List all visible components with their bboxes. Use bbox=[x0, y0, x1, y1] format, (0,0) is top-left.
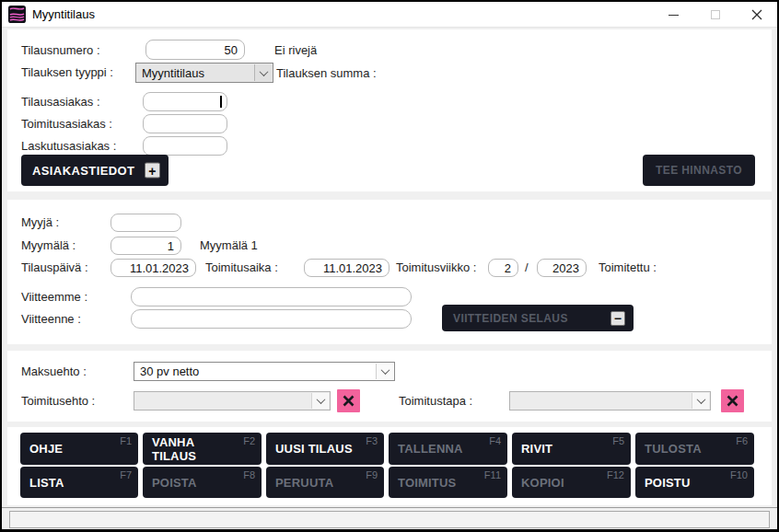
maksuehto-label: Maksuehto : bbox=[21, 362, 87, 381]
fkey-label: F6 bbox=[736, 435, 748, 446]
fkey-label: F7 bbox=[120, 469, 132, 480]
order-header-panel: Tilausnumero : Ei rivejä Tilauksen tyypp… bbox=[7, 29, 772, 191]
toimitusehto-dropdown[interactable] bbox=[134, 391, 331, 411]
rivit-button[interactable]: RIVITF5 bbox=[512, 433, 631, 465]
tilausnumero-input[interactable] bbox=[145, 40, 245, 60]
myyja-input[interactable] bbox=[110, 214, 181, 232]
chevron-down-icon bbox=[376, 364, 393, 379]
function-button-panel: OHJEF1 VANHA TILAUSF2 UUSI TILAUSF3 TALL… bbox=[7, 427, 772, 505]
poistu-button[interactable]: POISTUF10 bbox=[635, 467, 754, 498]
bottom-divider bbox=[2, 507, 777, 508]
toimitettu-label: Toimitettu : bbox=[599, 259, 657, 277]
ohje-button[interactable]: OHJEF1 bbox=[20, 433, 138, 465]
kopioi-button[interactable]: KOPIOIF12 bbox=[512, 467, 631, 498]
viitteemme-label: Viitteemme : bbox=[21, 287, 87, 306]
minimize-button[interactable] bbox=[653, 2, 694, 28]
chevron-down-icon bbox=[254, 64, 272, 81]
terms-panel: Maksuehto : 30 pv netto Toimitusehto : T… bbox=[7, 351, 772, 422]
toimitusehto-label: Toimitusehto : bbox=[21, 391, 95, 411]
myymala-label: Myymälä : bbox=[21, 237, 76, 255]
tulosta-button[interactable]: TULOSTAF6 bbox=[635, 433, 754, 465]
fkey-label: F4 bbox=[489, 435, 501, 446]
vanha-tilaus-button[interactable]: VANHA TILAUSF2 bbox=[143, 433, 262, 465]
myymala-input[interactable] bbox=[110, 237, 181, 255]
viikko-separator: / bbox=[525, 259, 529, 277]
peruuta-button[interactable]: PERUUTAF9 bbox=[266, 467, 384, 498]
status-bar bbox=[9, 511, 770, 528]
tilauksen-tyyppi-dropdown[interactable]: Myyntitilaus bbox=[135, 63, 273, 83]
x-icon bbox=[727, 395, 738, 407]
toimitusaika-input[interactable] bbox=[304, 259, 390, 277]
tilauksen-summa-label: Tilauksen summa : bbox=[276, 64, 377, 84]
toimitusasiakas-input[interactable] bbox=[143, 114, 227, 133]
chevron-down-icon bbox=[692, 393, 709, 409]
fkey-label: F1 bbox=[120, 435, 132, 446]
viitteemme-input[interactable] bbox=[131, 287, 412, 306]
tee-hinnasto-button[interactable]: TEE HINNASTO bbox=[643, 155, 755, 186]
myymala-name-label: Myymälä 1 bbox=[200, 237, 258, 255]
toimitusasiakas-label: Toimitusasiakas : bbox=[21, 114, 112, 133]
uusi-tilaus-button[interactable]: UUSI TILAUSF3 bbox=[266, 433, 384, 465]
window-title: Myyntitilaus bbox=[32, 2, 95, 28]
myyntitilaus-window: Myyntitilaus Tilausnumero : Ei rivejä Ti… bbox=[0, 0, 779, 532]
maximize-button[interactable] bbox=[694, 2, 736, 28]
tilausasiakas-input[interactable] bbox=[143, 92, 227, 111]
toimitusehto-clear-button[interactable] bbox=[337, 389, 360, 412]
fkey-label: F2 bbox=[243, 435, 255, 446]
viitteenne-input[interactable] bbox=[131, 309, 412, 329]
x-icon bbox=[343, 395, 355, 407]
tilausnumero-label: Tilausnumero : bbox=[21, 40, 100, 61]
minus-icon: − bbox=[610, 311, 625, 326]
toimitusviikko-label: Toimitusviikko : bbox=[396, 259, 476, 277]
asiakastiedot-button[interactable]: ASIAKASTIEDOT + bbox=[21, 155, 169, 186]
toimitus-button[interactable]: TOIMITUSF11 bbox=[389, 467, 507, 498]
laskutusasiakas-label: Laskutusasiakas : bbox=[21, 136, 116, 156]
toimitustapa-clear-button[interactable] bbox=[721, 389, 744, 412]
lista-button[interactable]: LISTAF7 bbox=[20, 467, 138, 498]
fkey-label: F8 bbox=[243, 469, 255, 480]
toimitusviikko-input[interactable] bbox=[488, 259, 518, 277]
tilauspaiva-input[interactable] bbox=[110, 259, 196, 277]
chevron-down-icon bbox=[311, 393, 329, 409]
fkey-label: F3 bbox=[366, 435, 378, 446]
toimitusvuosi-input[interactable] bbox=[537, 259, 587, 277]
ei-riveja-label: Ei rivejä bbox=[274, 40, 317, 61]
tilausasiakas-label: Tilausasiakas : bbox=[21, 92, 100, 111]
poista-button[interactable]: POISTAF8 bbox=[143, 467, 262, 498]
fkey-label: F10 bbox=[730, 469, 748, 480]
plus-icon: + bbox=[145, 163, 160, 179]
fkey-label: F9 bbox=[366, 469, 378, 480]
fkey-label: F11 bbox=[484, 469, 501, 480]
title-bar: Myyntitilaus bbox=[2, 2, 777, 28]
toimitustapa-dropdown[interactable] bbox=[509, 391, 711, 411]
maximize-icon bbox=[711, 10, 720, 19]
app-logo-icon bbox=[8, 6, 26, 23]
tallenna-button[interactable]: TALLENNAF4 bbox=[389, 433, 507, 465]
laskutusasiakas-input[interactable] bbox=[143, 136, 227, 156]
myyja-label: Myyjä : bbox=[21, 214, 59, 232]
tilauspaiva-label: Tilauspäivä : bbox=[21, 259, 88, 277]
tilauksen-tyyppi-label: Tilauksen tyyppi : bbox=[21, 63, 113, 83]
toimitusaika-label: Toimitusaika : bbox=[205, 259, 278, 277]
text-cursor bbox=[220, 96, 222, 108]
order-detail-panel: Myyjä : Myymälä : Myymälä 1 Tilauspäivä … bbox=[7, 200, 772, 344]
fkey-label: F12 bbox=[607, 469, 624, 480]
close-icon bbox=[751, 9, 762, 20]
toimitustapa-label: Toimitustapa : bbox=[399, 391, 472, 411]
maksuehto-dropdown[interactable]: 30 pv netto bbox=[134, 362, 395, 381]
fkey-label: F5 bbox=[612, 435, 624, 446]
viitteiden-selaus-button[interactable]: VIITTEIDEN SELAUS − bbox=[442, 305, 634, 331]
viitteenne-label: Viitteenne : bbox=[21, 309, 81, 329]
minimize-icon bbox=[669, 15, 679, 16]
close-button[interactable] bbox=[736, 2, 777, 28]
